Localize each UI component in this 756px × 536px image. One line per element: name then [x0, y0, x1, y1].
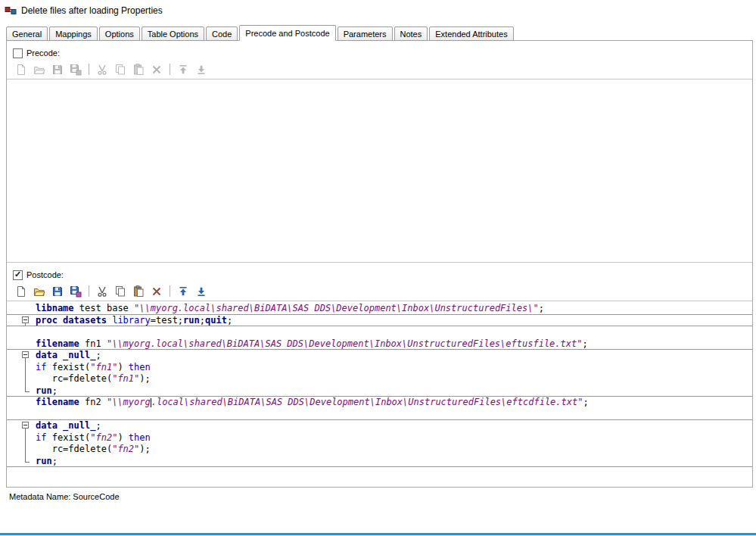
code-token: ; [582, 338, 587, 349]
code-token: library [112, 315, 151, 326]
code-gutter [7, 362, 33, 374]
code-token: ; [52, 385, 58, 396]
precode-checkbox[interactable] [13, 48, 23, 58]
paste-icon[interactable] [130, 284, 147, 299]
code-token: if [36, 432, 46, 443]
save-as-icon[interactable] [67, 62, 84, 77]
title-bar: Delete files after loading Properties [0, 0, 756, 18]
code-line [7, 409, 752, 421]
code-token: data _null_ [36, 420, 95, 431]
tab-table-options[interactable]: Table Options [142, 26, 204, 41]
move-bottom-icon[interactable] [193, 284, 210, 299]
postcode-label: Postcode: [26, 270, 64, 279]
fold-toggle-icon[interactable] [22, 422, 29, 428]
tab-parameters[interactable]: Parameters [338, 26, 393, 41]
status-bar: Metadata Name: SourceCode [0, 488, 756, 501]
code-token: run [36, 385, 52, 396]
code-line: rc=fdelete("fn2"); [7, 444, 752, 456]
properties-window: Delete files after loading Properties Ge… [0, 0, 756, 501]
cut-icon[interactable] [94, 284, 110, 299]
code-token: filename [36, 397, 79, 407]
code-line: rc=fdelete("fn1"); [7, 373, 752, 385]
save-icon[interactable] [49, 284, 66, 299]
fold-toggle-icon[interactable] [22, 316, 29, 323]
toolbar-separator [170, 64, 170, 75]
code-token: test base [74, 303, 134, 313]
postcode-checkbox[interactable] [13, 270, 23, 280]
code-token: "\\myorg [107, 397, 151, 407]
code-gutter [7, 338, 33, 351]
code-token: ; [583, 397, 588, 407]
code-gutter [7, 397, 33, 409]
code-line: libname test base "\\myorg.local\shared\… [7, 303, 752, 315]
code-line: filename fn2 "\\myorg.local\shared\BiDAT… [7, 397, 752, 409]
code-token: filename [36, 338, 79, 349]
fold-line-end [25, 462, 30, 463]
code-line [7, 467, 752, 479]
fold-line [25, 444, 26, 456]
precode-header: Precode: [7, 41, 752, 60]
code-token: ); [139, 444, 150, 454]
tab-code[interactable]: Code [206, 26, 238, 41]
code-token: then [129, 362, 151, 372]
move-top-icon[interactable] [175, 284, 191, 299]
postcode-editor[interactable]: libname test base "\\myorg.local\shared\… [7, 301, 752, 487]
code-token: "\\myorg.local\shared\BiDATA\SAS DDS\Dev… [134, 303, 539, 313]
code-token: run [183, 315, 200, 326]
window-title: Delete files after loading Properties [21, 5, 163, 16]
code-gutter [7, 432, 33, 444]
open-folder-icon[interactable] [31, 284, 48, 299]
code-token: rc=fdelete( [36, 444, 112, 454]
open-folder-icon[interactable] [31, 62, 48, 77]
postcode-toolbar [7, 282, 752, 301]
tab-options[interactable]: Options [99, 26, 140, 41]
paste-icon[interactable] [130, 62, 147, 77]
code-line [7, 326, 752, 338]
code-token: ); [139, 373, 150, 384]
tab-panel: Precode: Postcode: libname test base "\\… [6, 40, 753, 488]
cut-icon[interactable] [94, 62, 110, 77]
tab-precode-and-postcode[interactable]: Precode and Postcode [239, 25, 335, 41]
code-token: =test; [151, 315, 183, 326]
code-token: libname [36, 303, 74, 313]
code-token: ; [52, 456, 58, 466]
new-file-icon[interactable] [13, 284, 30, 299]
postcode-header: Postcode: [7, 263, 752, 282]
precode-editor[interactable] [7, 79, 752, 263]
new-file-icon[interactable] [13, 62, 30, 77]
tab-general[interactable]: General [6, 26, 48, 41]
move-bottom-icon[interactable] [193, 62, 210, 77]
code-token: .local\shared\BiDATA\SAS DDS\Development… [151, 397, 583, 407]
copy-icon[interactable] [112, 62, 129, 77]
code-gutter [7, 326, 33, 338]
code-gutter [7, 303, 33, 315]
delete-icon[interactable] [148, 62, 165, 77]
code-token: ; [200, 315, 205, 326]
save-icon[interactable] [49, 62, 66, 77]
code-line: run; [7, 456, 752, 468]
code-gutter [7, 456, 33, 468]
toolbar-separator [89, 285, 89, 297]
window-bottom-edge [0, 533, 756, 535]
code-token: rc=fdelete( [36, 373, 112, 384]
code-gutter [7, 385, 33, 397]
toolbar-separator [89, 64, 89, 75]
code-gutter [7, 373, 33, 385]
delete-icon[interactable] [148, 284, 165, 299]
tab-notes[interactable]: Notes [394, 26, 428, 41]
fold-line-end [25, 391, 30, 392]
code-line: run; [7, 385, 752, 397]
save-as-icon[interactable] [67, 284, 84, 299]
move-top-icon[interactable] [175, 62, 191, 77]
fold-line [25, 362, 26, 374]
tab-extended-attributes[interactable]: Extended Attributes [429, 26, 513, 41]
code-gutter [7, 420, 33, 432]
code-token: fn1 [79, 338, 107, 349]
code-line: data _null_; [7, 420, 752, 432]
code-token: ; [95, 350, 101, 360]
copy-icon[interactable] [112, 284, 129, 299]
tab-mappings[interactable]: Mappings [49, 26, 98, 41]
code-token: "\\myorg.local\shared\BiDATA\SAS DDS\Dev… [107, 338, 583, 349]
precode-toolbar [7, 60, 752, 79]
fold-toggle-icon[interactable] [22, 351, 29, 358]
